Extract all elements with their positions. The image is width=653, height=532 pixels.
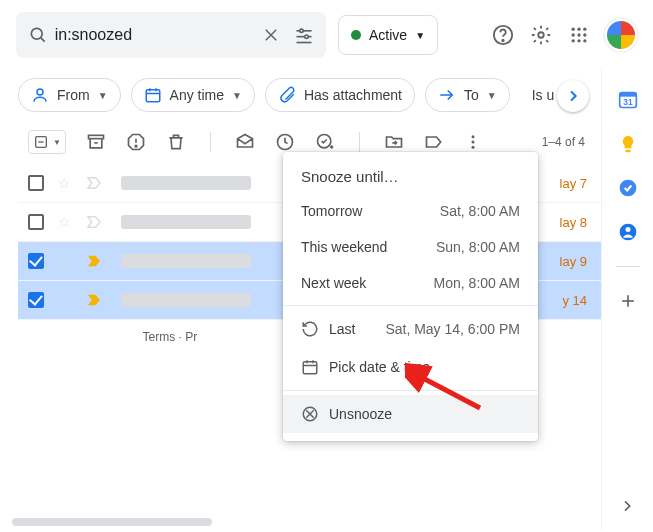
- chip-to-label: To: [464, 87, 479, 103]
- contacts-app-icon[interactable]: [618, 222, 638, 242]
- chip-anytime-label: Any time: [170, 87, 224, 103]
- sender-redacted: [121, 215, 251, 229]
- svg-point-11: [538, 32, 544, 38]
- select-all-toggle[interactable]: ▼: [28, 130, 66, 154]
- star-icon[interactable]: ☆: [58, 253, 71, 269]
- archive-icon[interactable]: [86, 132, 106, 152]
- row-date: lay 8: [539, 215, 587, 230]
- row-date: lay 9: [539, 254, 587, 269]
- svg-point-46: [625, 227, 630, 232]
- svg-point-38: [471, 141, 474, 144]
- snooze-tomorrow[interactable]: Tomorrow Sat, 8:00 AM: [283, 193, 538, 229]
- status-label: Active: [369, 27, 407, 43]
- bookmark-icon[interactable]: [85, 252, 103, 270]
- move-to-icon[interactable]: [384, 132, 404, 152]
- svg-point-18: [572, 39, 575, 42]
- svg-rect-41: [619, 93, 636, 97]
- svg-rect-28: [88, 135, 103, 138]
- labels-icon[interactable]: [424, 132, 444, 152]
- footer-terms[interactable]: Terms · Pr: [142, 330, 197, 380]
- svg-point-15: [572, 33, 575, 36]
- add-app-icon[interactable]: [618, 291, 638, 311]
- status-pill[interactable]: Active ▼: [338, 15, 438, 55]
- bookmark-icon[interactable]: [85, 291, 103, 309]
- svg-point-32: [135, 145, 137, 147]
- chip-attach-label: Has attachment: [304, 87, 402, 103]
- apps-grid-icon[interactable]: [567, 23, 591, 47]
- star-icon[interactable]: ☆: [58, 292, 71, 308]
- search-input[interactable]: [55, 26, 255, 44]
- settings-icon[interactable]: [529, 23, 553, 47]
- svg-point-37: [471, 135, 474, 138]
- sender-redacted: [121, 176, 251, 190]
- horizontal-scrollbar[interactable]: [12, 518, 212, 526]
- add-task-icon[interactable]: [315, 132, 335, 152]
- search-box[interactable]: [16, 12, 326, 58]
- tasks-app-icon[interactable]: [618, 178, 638, 198]
- chevron-down-icon: ▼: [232, 90, 242, 101]
- side-panel-collapse[interactable]: [619, 498, 635, 514]
- svg-point-13: [577, 28, 580, 31]
- snooze-last[interactable]: Last Sat, May 14, 6:00 PM: [283, 310, 538, 348]
- svg-point-14: [583, 28, 586, 31]
- chip-from-label: From: [57, 87, 90, 103]
- calendar-app-icon[interactable]: 31: [618, 90, 638, 110]
- keep-app-icon[interactable]: [618, 134, 638, 154]
- snooze-icon[interactable]: [275, 132, 295, 152]
- filter-chips-row: From ▼ Any time ▼ Has attachment To ▼ Is…: [18, 70, 601, 120]
- svg-point-10: [502, 40, 503, 41]
- report-spam-icon[interactable]: [126, 132, 146, 152]
- chevron-down-icon: ▼: [53, 138, 61, 147]
- svg-point-20: [583, 39, 586, 42]
- snooze-pick-date[interactable]: Pick date & time: [283, 348, 538, 386]
- chip-from[interactable]: From ▼: [18, 78, 121, 112]
- chip-has-attachment[interactable]: Has attachment: [265, 78, 415, 112]
- more-icon[interactable]: [464, 133, 482, 151]
- svg-point-21: [37, 89, 43, 95]
- chips-scroll-right[interactable]: [557, 80, 589, 112]
- delete-icon[interactable]: [166, 132, 186, 152]
- svg-point-7: [305, 35, 308, 38]
- svg-point-0: [32, 28, 43, 39]
- search-options-icon[interactable]: [287, 25, 320, 45]
- svg-point-19: [577, 39, 580, 42]
- svg-point-39: [471, 146, 474, 149]
- bookmark-icon[interactable]: [85, 174, 103, 192]
- star-icon[interactable]: ☆: [58, 175, 71, 191]
- sender-redacted: [121, 293, 251, 307]
- status-dot-icon: [351, 30, 361, 40]
- snooze-this-weekend[interactable]: This weekend Sun, 8:00 AM: [283, 229, 538, 265]
- row-date: y 14: [539, 293, 587, 308]
- snooze-unsnooze[interactable]: Unsnooze: [283, 395, 538, 433]
- svg-rect-43: [625, 150, 630, 153]
- mark-unread-icon[interactable]: [235, 132, 255, 152]
- svg-rect-49: [303, 362, 317, 374]
- snooze-menu: Snooze until… Tomorrow Sat, 8:00 AM This…: [283, 152, 538, 441]
- row-checkbox[interactable]: [28, 253, 44, 269]
- chevron-down-icon: ▼: [415, 30, 425, 41]
- chip-anytime[interactable]: Any time ▼: [131, 78, 255, 112]
- help-icon[interactable]: [491, 23, 515, 47]
- snooze-menu-header: Snooze until…: [283, 160, 538, 193]
- row-checkbox[interactable]: [28, 214, 44, 230]
- side-panel: 31: [601, 70, 653, 530]
- star-icon[interactable]: ☆: [58, 214, 71, 230]
- chevron-down-icon: ▼: [487, 90, 497, 101]
- svg-rect-22: [146, 90, 160, 102]
- row-date: lay 7: [539, 176, 587, 191]
- avatar[interactable]: [605, 19, 637, 51]
- svg-point-5: [300, 29, 303, 32]
- row-checkbox[interactable]: [28, 175, 44, 191]
- search-icon: [22, 25, 55, 45]
- svg-point-12: [572, 28, 575, 31]
- pagination-text: 1–4 of 4: [542, 135, 585, 149]
- svg-text:31: 31: [623, 97, 633, 107]
- chip-to[interactable]: To ▼: [425, 78, 510, 112]
- row-checkbox[interactable]: [28, 292, 44, 308]
- snooze-next-week[interactable]: Next week Mon, 8:00 AM: [283, 265, 538, 301]
- clear-icon[interactable]: [255, 26, 288, 44]
- chevron-down-icon: ▼: [98, 90, 108, 101]
- svg-point-16: [577, 33, 580, 36]
- bookmark-icon[interactable]: [85, 213, 103, 231]
- sender-redacted: [121, 254, 251, 268]
